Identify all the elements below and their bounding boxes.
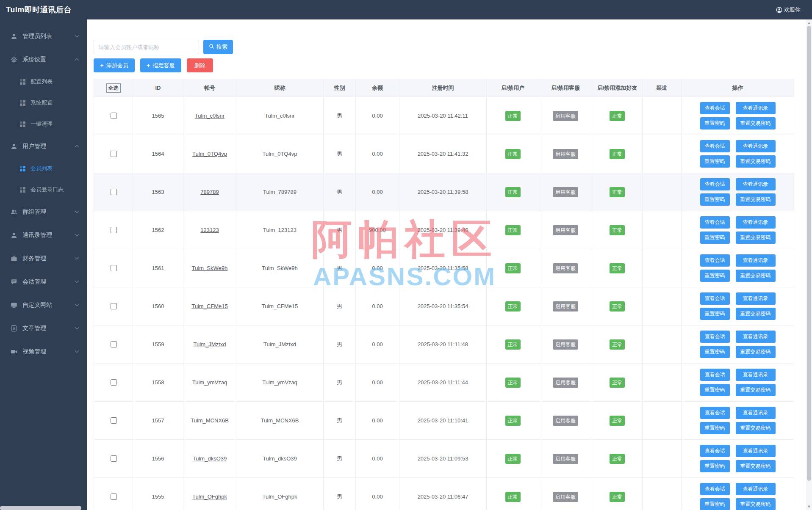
row-checkbox[interactable] — [111, 417, 117, 424]
reset-password-button[interactable]: 重置密码 — [700, 270, 730, 282]
search-input[interactable] — [94, 40, 199, 54]
search-button[interactable]: 搜索 — [203, 40, 233, 54]
row-checkbox[interactable] — [111, 265, 117, 271]
view-contacts-button[interactable]: 查看通讯录 — [736, 254, 776, 267]
user-status-badge[interactable]: 正常 — [505, 416, 521, 426]
horizontal-scrollbar-thumb[interactable] — [0, 506, 81, 510]
view-session-button[interactable]: 查看会话 — [700, 254, 730, 267]
view-session-button[interactable]: 查看会话 — [700, 178, 730, 190]
sidebar-item-config-list[interactable]: 配置列表 — [0, 71, 87, 92]
friend-status-badge[interactable]: 正常 — [610, 454, 625, 464]
account-link[interactable]: Tulm_CFMe15 — [191, 303, 227, 309]
user-status-badge[interactable]: 正常 — [505, 111, 521, 121]
sidebar-item-session-management[interactable]: 会话管理 — [0, 270, 87, 293]
reset-password-button[interactable]: 重置密码 — [700, 498, 730, 510]
sidebar-item-user-management[interactable]: 用户管理 — [0, 135, 87, 158]
user-status-badge[interactable]: 正常 — [505, 492, 521, 502]
user-status-badge[interactable]: 正常 — [505, 263, 521, 273]
reset-trade-password-button[interactable]: 重置交易密码 — [736, 498, 776, 510]
account-link[interactable]: Tulm_dksO39 — [193, 455, 227, 462]
view-contacts-button[interactable]: 查看通讯录 — [736, 445, 776, 457]
view-contacts-button[interactable]: 查看通讯录 — [736, 216, 776, 229]
row-checkbox[interactable] — [111, 341, 117, 347]
assign-support-button[interactable]: + 指定客服 — [140, 58, 181, 72]
view-session-button[interactable]: 查看会话 — [700, 407, 730, 419]
welcome-area[interactable]: 欢迎你 — [776, 6, 812, 14]
support-status-badge[interactable]: 启用客服 — [553, 187, 578, 197]
reset-trade-password-button[interactable]: 重置交易密码 — [736, 232, 776, 244]
reset-trade-password-button[interactable]: 重置交易密码 — [736, 308, 776, 320]
account-link[interactable]: 789789 — [200, 189, 219, 195]
reset-password-button[interactable]: 重置密码 — [700, 384, 730, 396]
support-status-badge[interactable]: 启用客服 — [553, 378, 578, 388]
support-status-badge[interactable]: 启用客服 — [553, 416, 578, 426]
friend-status-badge[interactable]: 正常 — [610, 111, 625, 121]
view-contacts-button[interactable]: 查看通讯录 — [736, 140, 776, 152]
friend-status-badge[interactable]: 正常 — [610, 301, 625, 312]
view-contacts-button[interactable]: 查看通讯录 — [736, 178, 776, 190]
row-checkbox[interactable] — [111, 455, 117, 462]
reset-password-button[interactable]: 重置密码 — [700, 232, 730, 244]
sidebar-item-custom-website[interactable]: 自定义网站 — [0, 293, 87, 317]
view-contacts-button[interactable]: 查看通讯录 — [736, 483, 776, 495]
reset-password-button[interactable]: 重置密码 — [700, 346, 730, 358]
friend-status-badge[interactable]: 正常 — [610, 225, 625, 235]
friend-status-badge[interactable]: 正常 — [610, 187, 625, 197]
user-status-badge[interactable]: 正常 — [505, 454, 521, 464]
sidebar-item-finance-management[interactable]: 财务管理 — [0, 247, 87, 270]
reset-trade-password-button[interactable]: 重置交易密码 — [736, 270, 776, 282]
view-session-button[interactable]: 查看会话 — [700, 216, 730, 229]
reset-password-button[interactable]: 重置密码 — [700, 193, 730, 206]
sidebar-item-video-management[interactable]: 视频管理 — [0, 340, 87, 363]
scroll-down-arrow-icon[interactable]: ▼ — [806, 504, 812, 510]
reset-password-button[interactable]: 重置密码 — [700, 117, 730, 130]
reset-trade-password-button[interactable]: 重置交易密码 — [736, 117, 776, 130]
view-contacts-button[interactable]: 查看通讯录 — [736, 407, 776, 419]
account-link[interactable]: Tulm_OFghpk — [192, 493, 227, 500]
user-status-badge[interactable]: 正常 — [505, 378, 521, 388]
user-status-badge[interactable]: 正常 — [505, 149, 521, 159]
sidebar-item-contacts-management[interactable]: 通讯录管理 — [0, 223, 87, 247]
view-contacts-button[interactable]: 查看通讯录 — [736, 292, 776, 305]
view-contacts-button[interactable]: 查看通讯录 — [736, 369, 776, 381]
vertical-scrollbar[interactable]: ▲ ▼ — [806, 19, 812, 510]
view-session-button[interactable]: 查看会话 — [700, 140, 730, 152]
sidebar-item-group-management[interactable]: 群组管理 — [0, 200, 87, 223]
sidebar-item-member-login-log[interactable]: 会员登录日志 — [0, 179, 87, 200]
user-status-badge[interactable]: 正常 — [505, 339, 521, 350]
user-status-badge[interactable]: 正常 — [505, 225, 521, 235]
support-status-badge[interactable]: 启用客服 — [553, 149, 578, 159]
select-all-label[interactable]: 全选 — [106, 83, 121, 93]
reset-password-button[interactable]: 重置密码 — [700, 308, 730, 320]
view-contacts-button[interactable]: 查看通讯录 — [736, 102, 776, 114]
friend-status-badge[interactable]: 正常 — [610, 263, 625, 273]
reset-password-button[interactable]: 重置密码 — [700, 422, 730, 434]
reset-trade-password-button[interactable]: 重置交易密码 — [736, 460, 776, 472]
view-session-button[interactable]: 查看会话 — [700, 292, 730, 305]
view-session-button[interactable]: 查看会话 — [700, 102, 730, 114]
account-link[interactable]: Tulm_ymVzaq — [192, 379, 227, 386]
row-checkbox[interactable] — [111, 227, 117, 233]
sidebar-item-one-click-clean[interactable]: 一键清理 — [0, 113, 87, 135]
account-link[interactable]: Tulm_JMztxd — [194, 341, 226, 347]
user-status-badge[interactable]: 正常 — [505, 301, 521, 312]
reset-trade-password-button[interactable]: 重置交易密码 — [736, 422, 776, 434]
account-link[interactable]: 123123 — [200, 227, 219, 233]
account-link[interactable]: Tulm_0TQ4vp — [192, 151, 227, 157]
sidebar-item-article-management[interactable]: 文章管理 — [0, 317, 87, 340]
view-session-button[interactable]: 查看会话 — [700, 369, 730, 381]
account-link[interactable]: Tulm_c0lsnr — [195, 113, 224, 119]
sidebar-item-admin-list[interactable]: 管理员列表 — [0, 25, 87, 48]
reset-trade-password-button[interactable]: 重置交易密码 — [736, 193, 776, 206]
view-session-button[interactable]: 查看会话 — [700, 331, 730, 343]
reset-password-button[interactable]: 重置密码 — [700, 460, 730, 472]
support-status-badge[interactable]: 启用客服 — [553, 263, 578, 273]
friend-status-badge[interactable]: 正常 — [610, 149, 625, 159]
sidebar-item-system-config[interactable]: 系统配置 — [0, 92, 87, 113]
reset-trade-password-button[interactable]: 重置交易密码 — [736, 155, 776, 168]
support-status-badge[interactable]: 启用客服 — [553, 339, 578, 350]
row-checkbox[interactable] — [111, 303, 117, 309]
sidebar-item-system-settings[interactable]: 系统设置 — [0, 48, 87, 71]
support-status-badge[interactable]: 启用客服 — [553, 111, 578, 121]
sidebar-item-member-list[interactable]: 会员列表 — [0, 158, 87, 179]
